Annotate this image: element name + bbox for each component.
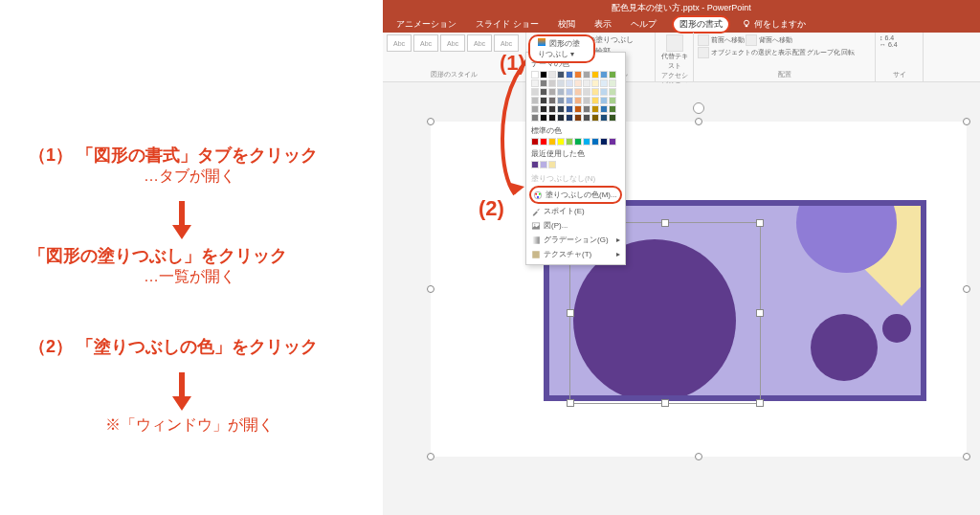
more-colors-item[interactable]: 塗りつぶしの色(M)...	[529, 186, 622, 204]
color-swatch[interactable]	[600, 105, 608, 113]
resize-handle[interactable]	[661, 219, 669, 227]
color-swatch[interactable]	[557, 105, 565, 113]
tab-review[interactable]: 校閲	[554, 16, 579, 33]
resize-handle[interactable]	[963, 285, 970, 293]
no-fill-item[interactable]: 塗りつぶしなし(N)	[529, 171, 622, 186]
resize-handle[interactable]	[567, 399, 574, 407]
color-swatch[interactable]	[600, 114, 608, 122]
color-swatch[interactable]	[548, 161, 556, 168]
color-swatch[interactable]	[609, 138, 616, 146]
color-swatch[interactable]	[591, 114, 599, 122]
color-swatch[interactable]	[548, 71, 556, 78]
resize-handle[interactable]	[695, 453, 702, 460]
color-swatch[interactable]	[583, 114, 590, 122]
resize-handle[interactable]	[963, 453, 970, 460]
resize-handle[interactable]	[756, 309, 764, 317]
color-swatch[interactable]	[566, 114, 573, 122]
group-button[interactable]: グループ化	[807, 47, 840, 58]
color-swatch[interactable]	[583, 97, 590, 104]
tab-animation[interactable]: アニメーション	[392, 16, 460, 33]
color-swatch[interactable]	[540, 97, 547, 104]
tell-me-search[interactable]: 何をしますか	[742, 18, 806, 31]
shape-style-preset[interactable]: Abc	[387, 34, 412, 52]
height-input[interactable]: ↕ 6.4	[880, 34, 919, 41]
color-swatch[interactable]	[557, 114, 565, 122]
color-swatch[interactable]	[566, 88, 573, 96]
resize-handle[interactable]	[756, 219, 764, 227]
color-swatch[interactable]	[566, 105, 573, 113]
color-swatch[interactable]	[531, 114, 539, 122]
tab-help[interactable]: ヘルプ	[627, 16, 660, 33]
color-swatch[interactable]	[531, 138, 539, 146]
color-swatch[interactable]	[583, 138, 590, 146]
texture-item[interactable]: テクスチャ(T) ▸	[529, 247, 622, 261]
rotate-button[interactable]: 回転	[841, 47, 855, 58]
resize-handle[interactable]	[427, 285, 434, 293]
tab-slideshow[interactable]: スライド ショー	[472, 16, 543, 33]
tab-shape-format[interactable]: 図形の書式	[672, 15, 730, 34]
resize-handle[interactable]	[695, 118, 702, 125]
alt-text-button[interactable]	[666, 34, 683, 52]
color-swatch[interactable]	[609, 71, 616, 78]
color-swatch[interactable]	[566, 97, 573, 104]
color-swatch[interactable]	[548, 114, 556, 122]
shape-fill-dropdown[interactable]: 図形の塗りつぶし ▾	[528, 34, 595, 63]
color-swatch[interactable]	[540, 105, 547, 113]
color-swatch[interactable]	[583, 71, 590, 78]
color-swatch[interactable]	[548, 138, 556, 146]
color-swatch[interactable]	[574, 105, 582, 113]
gradient-item[interactable]: グラデーション(G) ▸	[529, 233, 622, 247]
color-swatch[interactable]	[540, 79, 547, 87]
color-swatch[interactable]	[540, 71, 547, 78]
color-swatch[interactable]	[600, 138, 608, 146]
color-swatch[interactable]	[557, 71, 565, 78]
color-swatch[interactable]	[609, 88, 616, 96]
color-swatch[interactable]	[557, 88, 565, 96]
tab-view[interactable]: 表示	[590, 16, 615, 33]
color-swatch[interactable]	[609, 105, 616, 113]
color-swatch[interactable]	[548, 79, 556, 87]
picture-item[interactable]: 図(P)...	[529, 218, 622, 233]
slide-canvas-area[interactable]	[383, 83, 980, 514]
color-swatch[interactable]	[591, 105, 599, 113]
resize-handle[interactable]	[427, 118, 434, 125]
color-swatch[interactable]	[531, 79, 539, 87]
color-swatch[interactable]	[600, 79, 608, 87]
color-swatch[interactable]	[531, 161, 539, 168]
color-swatch[interactable]	[531, 105, 539, 113]
selection-pane-button[interactable]: オブジェクトの選択と表示	[698, 47, 791, 58]
color-swatch[interactable]	[583, 105, 590, 113]
eyedropper-item[interactable]: スポイト(E)	[529, 204, 622, 218]
color-swatch[interactable]	[574, 71, 582, 78]
color-swatch[interactable]	[583, 79, 590, 87]
shape-style-preset[interactable]: Abc	[440, 34, 465, 52]
rotate-handle[interactable]	[693, 102, 704, 114]
color-swatch[interactable]	[574, 97, 582, 104]
color-swatch[interactable]	[557, 138, 565, 146]
color-swatch[interactable]	[591, 88, 599, 96]
resize-handle[interactable]	[661, 399, 669, 407]
color-swatch[interactable]	[609, 79, 616, 87]
color-swatch[interactable]	[557, 97, 565, 104]
color-swatch[interactable]	[574, 138, 582, 146]
color-swatch[interactable]	[540, 88, 547, 96]
color-swatch[interactable]	[591, 97, 599, 104]
color-swatch[interactable]	[540, 114, 547, 122]
color-swatch[interactable]	[540, 138, 547, 146]
color-swatch[interactable]	[566, 71, 573, 78]
color-swatch[interactable]	[574, 79, 582, 87]
width-input[interactable]: ↔ 6.4	[880, 41, 919, 48]
resize-handle[interactable]	[427, 453, 434, 460]
align-button[interactable]: 配置	[792, 47, 806, 58]
color-swatch[interactable]	[531, 97, 539, 104]
color-swatch[interactable]	[574, 114, 582, 122]
resize-handle[interactable]	[756, 399, 764, 407]
color-swatch[interactable]	[531, 71, 539, 78]
color-swatch[interactable]	[548, 88, 556, 96]
color-swatch[interactable]	[557, 79, 565, 87]
color-swatch[interactable]	[600, 97, 608, 104]
color-swatch[interactable]	[566, 79, 573, 87]
color-swatch[interactable]	[591, 138, 599, 146]
shape-style-preset[interactable]: Abc	[413, 34, 438, 52]
resize-handle[interactable]	[567, 309, 574, 317]
